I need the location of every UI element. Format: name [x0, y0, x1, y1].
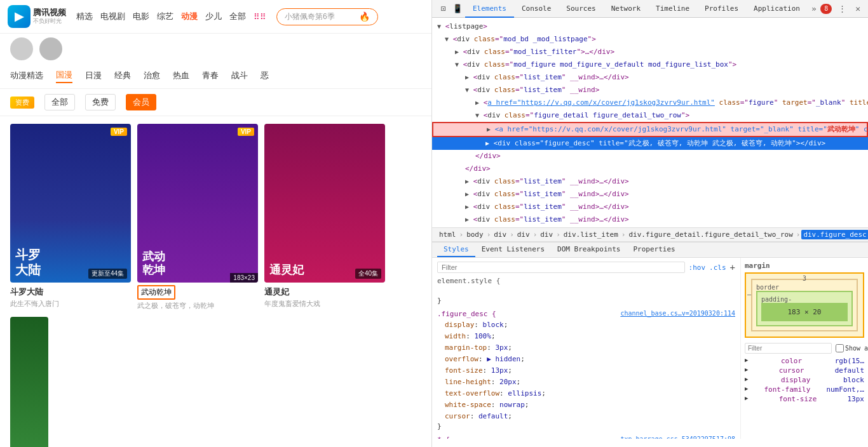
subnav-dongmanjingxuan[interactable]: 动漫精选 [10, 70, 43, 83]
box-model-border: border – padding- 183 × 20 [751, 279, 858, 331]
site-header: ▶ 腾讯视频 不负好时光 精选 电视剧 电影 综艺 动漫 少儿 全部 ⠿⠿ 小猪… [0, 0, 431, 34]
devtools-close-btn[interactable]: ✕ [853, 3, 863, 15]
subnav-zhiyu[interactable]: 治愈 [144, 70, 160, 83]
filter-quanbu[interactable]: 全部 [44, 94, 75, 110]
nav-quanbu[interactable]: 全部 [229, 11, 246, 22]
dom-line-3[interactable]: ▼ <div class="mod_figure mod_figure_v_de… [432, 58, 868, 71]
filter-input[interactable] [437, 262, 685, 273]
logo-text: 腾讯视频 [33, 8, 66, 18]
nav-shaoner[interactable]: 少儿 [205, 11, 222, 22]
card-tonglingfei[interactable]: 通灵妃 全40集 通灵妃 年度鬼畜爱情大戏 [264, 124, 385, 310]
card-thumb-2: 武动乾坤 VIP 183×23 [137, 124, 258, 283]
css-file-link-1[interactable]: channel_base.cs…v=20190320:114 [620, 310, 735, 319]
dom-line-0[interactable]: ▼ <listpage> [432, 20, 868, 33]
nav-dongman[interactable]: 动漫 [181, 11, 198, 22]
styles-content: :hov .cls + element.style { } .figure_de… [432, 258, 868, 439]
devtools-device-icon[interactable]: 📱 [451, 3, 464, 15]
subnav-rexue[interactable]: 热血 [173, 70, 189, 83]
expand-cursor: ▶ [745, 366, 748, 375]
subnav-e[interactable]: 恶 [261, 70, 269, 83]
card3-inner-text: 通灵妃 [269, 264, 304, 277]
vip-filter-label: 资费 [10, 97, 34, 109]
dom-line-7[interactable]: ▼ <div class="figure_detail figure_detai… [432, 109, 868, 122]
card3-title: 通灵妃 [264, 286, 385, 298]
styles-tabs: Styles Event Listeners DOM Breakpoints P… [432, 243, 868, 258]
avatar [10, 37, 33, 60]
bc-div1[interactable]: div [492, 230, 508, 239]
content-area: 斗罗大陆 VIP 更新至44集 斗罗大陆 此生不悔入唐门 武动乾坤 VIP 18… [0, 116, 431, 447]
dom-line-9[interactable]: ▶ <div class="figure_desc" title="武之极, 破… [432, 137, 868, 150]
dom-line-10[interactable]: </div> [432, 150, 868, 163]
filter-row: :hov .cls + [437, 262, 735, 273]
nav-zongyi[interactable]: 综艺 [157, 11, 173, 22]
subnav-riman[interactable]: 日漫 [85, 70, 102, 83]
devtools-inspect-icon[interactable]: ⊡ [437, 3, 450, 15]
show-all-checkbox[interactable] [836, 344, 844, 352]
nav-jingxuan[interactable]: 精选 [76, 11, 93, 22]
dom-line-5[interactable]: ▼ <div class="list_item" __wind> [432, 84, 868, 97]
tab-profiles[interactable]: Profiles [697, 0, 746, 18]
search-box[interactable]: 小猪佩奇第6季 🔥 [276, 8, 378, 25]
pseudo-btn-cls[interactable]: .cls [709, 264, 726, 272]
dom-line-11[interactable]: </div> [432, 163, 868, 175]
computed-prop-display[interactable]: ▶ display block [745, 375, 864, 385]
dom-line-6[interactable]: ▶ <a href="https://v.qq.com/x/cover/jg1s… [432, 97, 868, 109]
bc-list-item[interactable]: div.list_item [562, 230, 620, 239]
dom-panel: ▼ <listpage> ▼ <div class="mod_bd _mod_l… [432, 18, 868, 227]
filter-huiyuan[interactable]: 会员 [126, 94, 156, 110]
dom-line-14[interactable]: ▶ <div class="list_item" __wind>…</div> [432, 201, 868, 213]
content-size: 183 × 20 [788, 308, 822, 316]
bc-div3[interactable]: div [538, 230, 555, 239]
card-wudonqiankun[interactable]: 武动乾坤 VIP 183×23 武动乾坤 武之极，破苍穹，动乾坤 [137, 124, 258, 310]
card-douluodalu[interactable]: 斗罗大陆 VIP 更新至44集 斗罗大陆 此生不悔入唐门 [10, 124, 131, 310]
tab-timeline[interactable]: Timeline [648, 0, 697, 18]
tab-more[interactable]: » [808, 4, 820, 13]
computed-prop-font-size[interactable]: ▶ font-size 13px [745, 394, 864, 404]
tab-application[interactable]: Application [746, 0, 808, 18]
add-rule-btn[interactable]: + [730, 262, 735, 272]
subnav-zhandou[interactable]: 战斗 [231, 70, 248, 83]
bc-div2[interactable]: div [515, 230, 532, 239]
dom-line-15[interactable]: ▶ <div class="list_item" __wind>…</div> [432, 213, 868, 226]
subnav-jingdian[interactable]: 经典 [114, 70, 131, 83]
dom-line-4[interactable]: ▶ <div class="list_item" __wind>…</div> [432, 71, 868, 84]
tab-dom-breakpoints[interactable]: DOM Breakpoints [551, 243, 627, 257]
tab-styles[interactable]: Styles [437, 243, 475, 257]
computed-prop-color[interactable]: ▶ color rgb(15… [745, 356, 864, 366]
bc-html[interactable]: html [437, 230, 458, 239]
dom-line-2[interactable]: ▶ <div class="mod_list_filter">…</div> [432, 46, 868, 58]
bc-body[interactable]: body [465, 230, 485, 239]
bc-figure-detail[interactable]: div.figure_detail.figure_detail_two_row [627, 230, 794, 239]
styles-panel: Styles Event Listeners DOM Breakpoints P… [432, 242, 868, 439]
sub-nav: 动漫精选 国漫 日漫 经典 治愈 热血 青春 战斗 恶 [0, 64, 431, 89]
subnav-qingchun[interactable]: 青春 [202, 70, 219, 83]
bc-figure-desc[interactable]: div.figure_desc [801, 230, 868, 239]
tab-elements[interactable]: Elements [465, 0, 514, 18]
devtools-settings-btn[interactable]: ⋮ [836, 3, 849, 15]
logo-icon: ▶ [8, 5, 31, 28]
tab-network[interactable]: Network [604, 0, 648, 18]
computed-filter-input[interactable] [745, 343, 832, 354]
filter-mianfei[interactable]: 免费 [85, 94, 116, 110]
tab-console[interactable]: Console [514, 0, 559, 18]
tab-event-listeners[interactable]: Event Listeners [475, 243, 551, 257]
error-badge: 8 [820, 4, 832, 14]
nav-dianying[interactable]: 电影 [133, 11, 149, 22]
dom-line-13[interactable]: ▶ <div class="list_item" __wind>…</div> [432, 188, 868, 201]
dom-line-8[interactable]: ▶ <a href="https://v.qq.com/x/cover/jg1s… [432, 122, 868, 137]
tab-sources[interactable]: Sources [559, 0, 603, 18]
computed-prop-font-family[interactable]: ▶ font-family numFont,… [745, 385, 864, 394]
card-jubingchangchengzhuan[interactable]: 巨兵长城 🎁 💬 ⬇ [10, 317, 48, 447]
nav-dianshiju[interactable]: 电视剧 [100, 11, 125, 22]
subnav-guoman[interactable]: 国漫 [56, 69, 72, 83]
computed-prop-cursor[interactable]: ▶ cursor default [745, 366, 864, 375]
box-model-padding: padding- 183 × 20 [756, 291, 853, 326]
dom-line-1[interactable]: ▼ <div class="mod_bd _mod_listpage"> [432, 33, 868, 46]
pseudo-btn-hov[interactable]: :hov [689, 264, 706, 272]
css-file-link-2[interactable]: txp_barrage.css…53492297517:98 [620, 436, 735, 439]
show-all-text: Show all [845, 345, 868, 352]
nav-dots[interactable]: ⠿⠿ [254, 12, 266, 22]
card2-inner-text: 武动乾坤 [142, 250, 165, 277]
dom-line-12[interactable]: ▶ <div class="list_item" __wind>…</div> [432, 175, 868, 188]
tab-properties[interactable]: Properties [627, 243, 681, 257]
